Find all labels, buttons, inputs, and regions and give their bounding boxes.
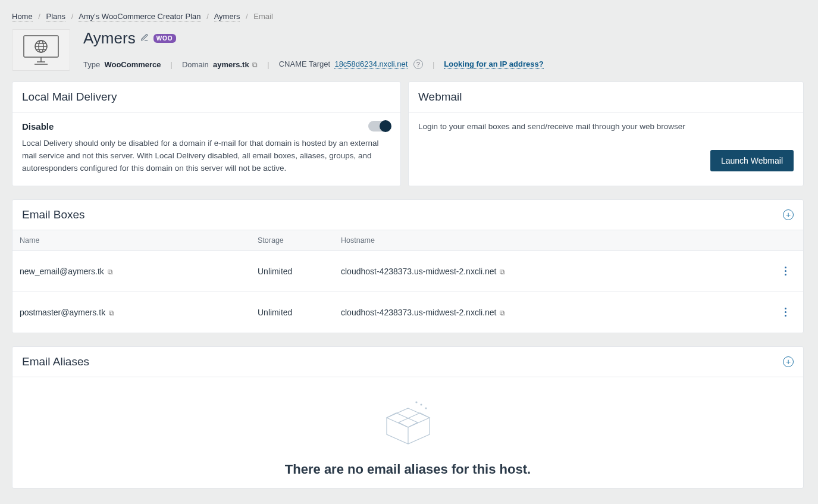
email-box-storage: Unlimited	[258, 267, 341, 276]
webmail-description: Login to your email boxes and send/recei…	[418, 121, 794, 133]
ip-address-link[interactable]: Looking for an IP address?	[444, 60, 543, 69]
email-aliases-panel: Email Aliases + There are no email alias…	[12, 346, 804, 489]
row-actions-menu[interactable]	[775, 267, 796, 276]
empty-message: There are no email aliases for this host…	[285, 462, 531, 477]
type-label: Type	[83, 60, 100, 69]
table-row: new_email@aymers.tk ⧉ Unlimited cloudhos…	[12, 251, 803, 292]
copy-hostname-icon[interactable]: ⧉	[500, 309, 505, 317]
email-boxes-panel: Email Boxes + Name Storage Hostname new_…	[12, 199, 804, 333]
disable-label: Disable	[22, 121, 54, 132]
add-email-box-button[interactable]: +	[783, 209, 794, 220]
row-actions-menu[interactable]	[775, 308, 796, 317]
disable-toggle[interactable]	[368, 121, 391, 132]
copy-domain-icon[interactable]: ⧉	[252, 61, 258, 69]
col-name: Name	[20, 236, 258, 245]
col-hostname: Hostname	[341, 236, 775, 245]
site-header: Aymers WOO Type WooCommerce | Domain aym…	[12, 29, 804, 71]
cname-label: CNAME Target	[279, 60, 330, 68]
svg-point-11	[425, 408, 427, 409]
edit-title-icon[interactable]	[140, 33, 149, 43]
page-title: Aymers	[83, 29, 136, 48]
email-box-hostname: cloudhost-4238373.us-midwest-2.nxcli.net	[341, 308, 496, 317]
breadcrumb: Home / Plans / Amy's WooCommerce Creator…	[12, 12, 804, 21]
type-value: WooCommerce	[104, 60, 161, 69]
help-cname-icon[interactable]: ?	[413, 60, 423, 69]
site-meta: Type WooCommerce | Domain aymers.tk ⧉ | …	[83, 60, 804, 69]
svg-point-10	[421, 404, 422, 405]
breadcrumb-site[interactable]: Aymers	[214, 12, 240, 21]
email-box-name: new_email@aymers.tk	[20, 267, 104, 276]
add-email-alias-button[interactable]: +	[783, 356, 794, 367]
domain-value: aymers.tk	[213, 60, 249, 69]
breadcrumb-home[interactable]: Home	[12, 12, 33, 21]
email-aliases-title: Email Aliases	[22, 355, 89, 368]
webmail-card: Webmail Login to your email boxes and se…	[408, 82, 804, 186]
local-mail-card: Local Mail Delivery Disable Local Delive…	[12, 82, 401, 186]
copy-email-icon[interactable]: ⧉	[108, 268, 113, 276]
webmail-title: Webmail	[418, 90, 462, 104]
table-row: postmaster@aymers.tk ⧉ Unlimited cloudho…	[12, 292, 803, 333]
copy-email-icon[interactable]: ⧉	[109, 309, 114, 317]
col-storage: Storage	[258, 236, 341, 245]
breadcrumb-plan-name[interactable]: Amy's WooCommerce Creator Plan	[79, 12, 200, 21]
local-mail-description: Local Delivery should only be disabled f…	[22, 137, 391, 175]
svg-marker-9	[387, 408, 430, 427]
breadcrumb-plans[interactable]: Plans	[46, 12, 66, 21]
email-boxes-header-row: Name Storage Hostname	[12, 230, 803, 251]
empty-box-icon	[380, 401, 437, 447]
domain-label: Domain	[182, 60, 209, 69]
breadcrumb-current: Email	[253, 12, 273, 21]
woo-badge: WOO	[153, 34, 176, 43]
site-thumbnail	[12, 29, 70, 71]
email-box-hostname: cloudhost-4238373.us-midwest-2.nxcli.net	[341, 267, 496, 276]
svg-point-12	[416, 402, 417, 403]
copy-hostname-icon[interactable]: ⧉	[500, 268, 505, 276]
email-boxes-title: Email Boxes	[22, 208, 85, 221]
email-box-name: postmaster@aymers.tk	[20, 308, 105, 317]
launch-webmail-button[interactable]: Launch Webmail	[710, 150, 794, 171]
email-box-storage: Unlimited	[258, 308, 341, 317]
local-mail-title: Local Mail Delivery	[22, 90, 117, 104]
email-aliases-empty-state: There are no email aliases for this host…	[12, 377, 803, 488]
monitor-globe-icon	[20, 33, 62, 67]
cname-value[interactable]: 18c58d6234.nxcli.net	[334, 60, 408, 69]
